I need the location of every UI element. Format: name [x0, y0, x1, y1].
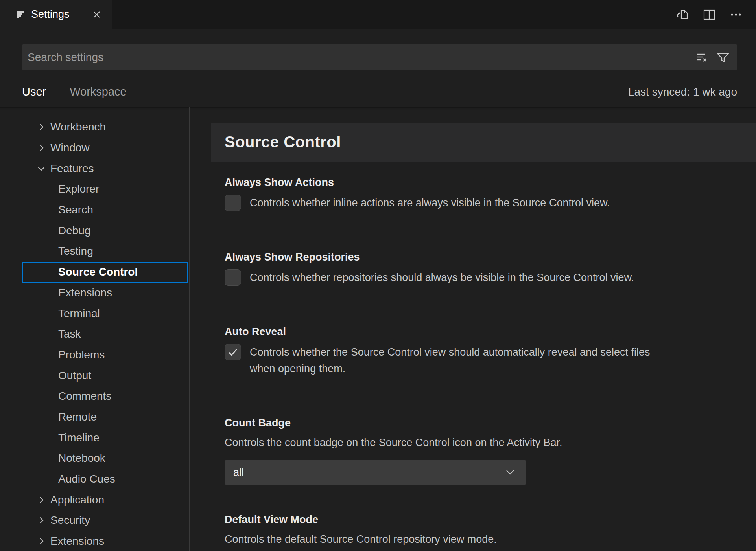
setting-always-show-actions: Always Show Actions Controls whether inl… — [225, 176, 756, 211]
chevron-right-icon — [36, 143, 46, 153]
editor-actions — [675, 0, 756, 29]
settings-editor-icon — [15, 9, 25, 20]
close-tab-icon[interactable] — [90, 7, 104, 22]
auto-reveal-checkbox[interactable] — [225, 344, 241, 360]
toc-item-testing[interactable]: Testing — [0, 241, 189, 262]
checkmark-icon — [226, 345, 240, 359]
toc-item-search[interactable]: Search — [0, 200, 189, 220]
toc-item-application[interactable]: Application — [0, 489, 189, 510]
toc-item-problems[interactable]: Problems — [0, 345, 189, 365]
toc-label: Notebook — [58, 452, 105, 465]
toc-label: Comments — [58, 390, 111, 402]
toc-label: Remote — [58, 411, 97, 423]
toc-item-window[interactable]: Window — [0, 138, 189, 158]
toc-label: Output — [58, 369, 91, 382]
toc-item-comments[interactable]: Comments — [0, 386, 189, 407]
tab-settings[interactable]: Settings — [0, 0, 112, 29]
setting-description: Controls whether the Source Control view… — [250, 344, 650, 377]
toc-item-timeline[interactable]: Timeline — [0, 427, 189, 448]
search-settings-input[interactable] — [22, 44, 695, 70]
settings-editor-window: Settings — [0, 0, 756, 551]
chevron-right-icon — [36, 536, 46, 546]
setting-label: Always Show Repositories — [225, 250, 756, 264]
more-actions-icon[interactable] — [728, 7, 743, 22]
section-title-band: Source Control — [211, 123, 756, 162]
chevron-right-icon — [36, 495, 46, 505]
toc-label: Extensions — [50, 535, 104, 547]
chevron-right-icon — [36, 515, 46, 525]
toc-label: Source Control — [58, 266, 138, 278]
toc-label: Explorer — [58, 183, 99, 195]
select-value: all — [233, 467, 244, 479]
clear-search-results-icon[interactable] — [695, 51, 708, 64]
scope-tab-workspace[interactable]: Workspace — [70, 77, 127, 107]
toc-item-notebook[interactable]: Notebook — [0, 448, 189, 469]
search-area — [0, 29, 756, 70]
chevron-down-icon — [36, 163, 46, 174]
page-title: Source Control — [225, 133, 341, 151]
always-show-repositories-checkbox[interactable] — [225, 269, 241, 286]
settings-toc: Workbench Window Features Explorer Searc… — [0, 107, 190, 551]
toc-item-extensions-root[interactable]: Extensions — [0, 531, 189, 551]
toc-item-remote[interactable]: Remote — [0, 407, 189, 428]
setting-always-show-repositories: Always Show Repositories Controls whethe… — [225, 250, 756, 286]
editor-tab-bar: Settings — [0, 0, 756, 29]
search-actions — [695, 50, 737, 64]
toc-label: Search — [58, 204, 93, 216]
always-show-actions-checkbox[interactable] — [225, 195, 241, 211]
setting-description: Controls whether repositories should alw… — [250, 269, 634, 286]
open-settings-json-icon[interactable] — [675, 7, 690, 22]
setting-description: Controls the count badge on the Source C… — [225, 436, 756, 449]
tab-label: Settings — [31, 8, 70, 20]
toc-label: Application — [50, 494, 104, 506]
setting-count-badge: Count Badge Controls the count badge on … — [225, 416, 756, 485]
scope-tab-user[interactable]: User — [22, 77, 46, 107]
setting-label: Auto Reveal — [225, 325, 756, 338]
toc-item-features[interactable]: Features — [0, 158, 189, 179]
toc-label: Window — [50, 141, 90, 154]
toc-item-workbench[interactable]: Workbench — [0, 117, 189, 138]
setting-description: Controls whether inline actions are alwa… — [250, 195, 610, 211]
settings-body: Workbench Window Features Explorer Searc… — [0, 107, 756, 551]
chevron-right-icon — [36, 122, 46, 132]
toc-label: Security — [50, 514, 90, 527]
count-badge-select[interactable]: all — [225, 460, 526, 485]
setting-label: Always Show Actions — [225, 176, 756, 189]
toc-label: Workbench — [50, 121, 106, 133]
toc-item-security[interactable]: Security — [0, 510, 189, 531]
setting-default-view-mode: Default View Mode Controls the default S… — [225, 513, 756, 546]
setting-label: Default View Mode — [225, 513, 756, 526]
toc-label: Testing — [58, 245, 93, 257]
toc-item-extensions[interactable]: Extensions — [0, 283, 189, 303]
settings-content: Source Control Always Show Actions Contr… — [190, 107, 756, 551]
toc-label: Audio Cues — [58, 473, 115, 485]
filter-icon[interactable] — [716, 50, 730, 64]
last-synced-label: Last synced: 1 wk ago — [628, 86, 737, 98]
split-editor-icon[interactable] — [702, 7, 717, 22]
toc-item-debug[interactable]: Debug — [0, 220, 189, 241]
toc-label: Extensions — [58, 287, 112, 299]
toc-item-audio-cues[interactable]: Audio Cues — [0, 469, 189, 490]
setting-description: Controls the default Source Control repo… — [225, 533, 756, 546]
setting-label: Count Badge — [225, 416, 756, 430]
search-settings-box — [22, 44, 737, 70]
toc-label: Features — [50, 162, 94, 175]
toc-label: Timeline — [58, 432, 100, 444]
toc-label: Problems — [58, 349, 105, 361]
toc-item-terminal[interactable]: Terminal — [0, 303, 189, 324]
toc-label: Terminal — [58, 307, 100, 320]
toc-item-source-control[interactable]: Source Control — [22, 262, 188, 283]
chevron-down-icon — [505, 468, 516, 477]
settings-scope-bar: User Workspace Last synced: 1 wk ago — [0, 70, 756, 107]
toc-item-task[interactable]: Task — [0, 324, 189, 345]
toc-label: Debug — [58, 224, 91, 237]
setting-auto-reveal: Auto Reveal Controls whether the Source … — [225, 325, 756, 377]
toc-item-output[interactable]: Output — [0, 365, 189, 386]
toc-label: Task — [58, 328, 81, 340]
toc-item-explorer[interactable]: Explorer — [0, 179, 189, 200]
